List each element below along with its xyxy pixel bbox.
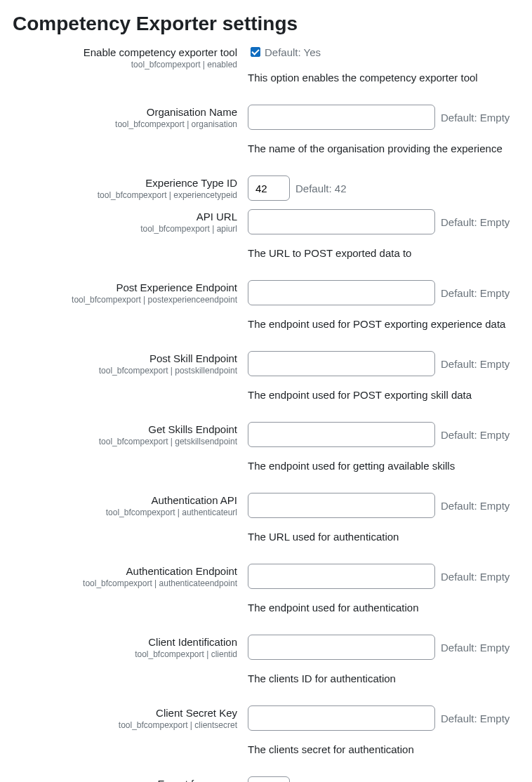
default-text: Default: Empty: [441, 216, 510, 228]
setting-input[interactable]: [248, 209, 435, 234]
setting-label: Experience Type ID: [13, 177, 237, 189]
default-text: Default: 42: [295, 183, 347, 194]
setting-input[interactable]: [248, 351, 435, 376]
setting-input[interactable]: [248, 493, 435, 518]
setting-key: tool_bfcompexport | apiurl: [13, 224, 237, 234]
setting-label: Get Skills Endpoint: [13, 423, 237, 435]
setting-key: tool_bfcompexport | organisation: [13, 119, 237, 129]
setting-description: The endpoint used for authentication: [248, 602, 519, 614]
default-text: Default: Empty: [441, 642, 510, 654]
setting-label: Post Skill Endpoint: [13, 352, 237, 364]
setting-key: tool_bfcompexport | authenticateurl: [13, 508, 237, 517]
setting-label: API URL: [13, 211, 237, 223]
setting-label: Authentication Endpoint: [13, 565, 237, 577]
setting-label: Organisation Name: [13, 106, 237, 118]
setting-label: Client Secret Key: [13, 707, 237, 719]
setting-key: tool_bfcompexport | authenticateendpoint: [13, 578, 237, 588]
setting-input[interactable]: [248, 705, 435, 731]
setting-label: Authentication API: [13, 494, 237, 506]
setting-key: tool_bfcompexport | postskillendpoint: [13, 366, 237, 376]
setting-input[interactable]: [248, 776, 290, 782]
setting-description: This option enables the competency expor…: [248, 72, 519, 84]
setting-input[interactable]: [248, 105, 435, 130]
setting-key: tool_bfcompexport | clientsecret: [13, 720, 237, 730]
default-text: Default: Empty: [441, 112, 510, 124]
setting-key: tool_bfcompexport | enabled: [13, 60, 237, 69]
default-text: Default: Empty: [441, 287, 510, 299]
setting-description: The URL to POST exported data to: [248, 247, 519, 259]
setting-input[interactable]: [248, 635, 435, 660]
setting-input[interactable]: [248, 280, 435, 305]
setting-key: tool_bfcompexport | clientid: [13, 649, 237, 659]
setting-input[interactable]: [248, 422, 435, 447]
default-text: Default: Empty: [441, 713, 510, 724]
default-text: Default: Empty: [441, 571, 510, 583]
setting-label: Client Identification: [13, 636, 237, 648]
setting-label: Enable competency exporter tool: [13, 46, 237, 58]
setting-description: The clients secret for authentication: [248, 743, 519, 755]
setting-key: tool_bfcompexport | postexperienceendpoi…: [13, 295, 237, 305]
default-text: Default: Yes: [265, 46, 321, 58]
page-title: Competency Exporter settings: [13, 13, 519, 35]
setting-description: The endpoint used for POST exporting ski…: [248, 389, 519, 401]
default-text: Default: Empty: [441, 500, 510, 512]
setting-label: Export frequency: [13, 778, 237, 782]
setting-description: The clients ID for authentication: [248, 672, 519, 684]
setting-description: The endpoint used for getting available …: [248, 460, 519, 472]
setting-checkbox[interactable]: [251, 47, 260, 57]
default-text: Default: Empty: [441, 358, 510, 370]
setting-label: Post Experience Endpoint: [13, 281, 237, 293]
setting-input[interactable]: [248, 175, 290, 201]
setting-input[interactable]: [248, 564, 435, 589]
default-text: Default: Empty: [441, 429, 510, 441]
setting-description: The name of the organisation providing t…: [248, 143, 519, 154]
setting-key: tool_bfcompexport | getskillsendpoint: [13, 437, 237, 446]
setting-description: The URL used for authentication: [248, 531, 519, 543]
setting-description: The endpoint used for POST exporting exp…: [248, 318, 519, 330]
setting-key: tool_bfcompexport | experiencetypeid: [13, 190, 237, 200]
